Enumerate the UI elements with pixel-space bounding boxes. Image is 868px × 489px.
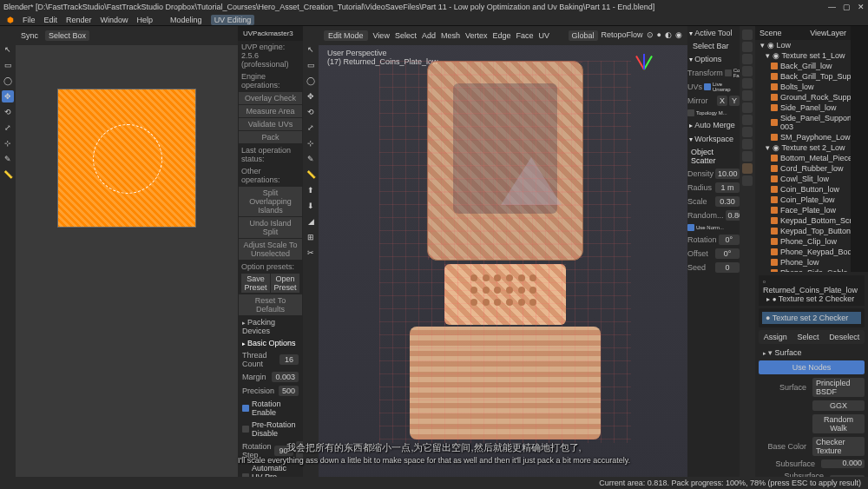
out-item[interactable]: Keypad_Bottom_Screws_low <box>755 215 851 226</box>
out-item[interactable]: Bolts_low <box>755 82 851 92</box>
shading-preview-icon[interactable]: ◐ <box>665 30 672 41</box>
out-texset2[interactable]: ▾ ◉ Texture set 2_Low <box>755 142 851 153</box>
tool-lasso-icon[interactable]: ◯ <box>2 75 14 87</box>
packing-devices[interactable]: Packing Devices <box>238 316 303 337</box>
maximize-icon[interactable]: ▢ <box>843 3 851 11</box>
out-item[interactable]: Coin_Button_low <box>755 184 851 195</box>
surface-h[interactable]: ▾ Surface <box>759 347 865 359</box>
vp-select-icon[interactable]: ▭ <box>305 59 317 71</box>
out-item[interactable]: Phone_Keypad_Body_low <box>755 247 851 257</box>
data-props-icon[interactable] <box>742 151 753 162</box>
vp-mesh[interactable]: Mesh <box>441 31 460 40</box>
auto-merge-h[interactable]: ▸ Auto Merge <box>687 118 740 132</box>
physics-props-icon[interactable] <box>742 127 753 137</box>
vp-transform-icon[interactable]: ⊹ <box>305 137 317 149</box>
op-pack[interactable]: Pack <box>239 131 302 143</box>
viewlayer-props-icon[interactable] <box>742 54 753 64</box>
ggx[interactable]: GGX <box>812 400 865 411</box>
out-item[interactable]: Phone_Clip_low <box>755 236 851 247</box>
active-tool-h[interactable]: ▾ Active Tool <box>687 26 740 40</box>
vp-select[interactable]: Select <box>395 31 417 40</box>
rotstep-value[interactable]: 90 <box>274 446 293 456</box>
mirror-x[interactable]: X <box>717 96 727 106</box>
out-item[interactable]: Cowl_Slit_low <box>755 174 851 184</box>
unwrap-chk[interactable] <box>704 83 711 90</box>
vp-extrude-icon[interactable]: ⬆ <box>305 184 317 196</box>
tool-measure-icon[interactable]: 📏 <box>2 169 14 181</box>
density-v[interactable]: 10.00 <box>715 169 740 179</box>
tool-cursor-icon[interactable]: ↖ <box>2 43 14 56</box>
shading-solid-icon[interactable]: ● <box>657 30 661 41</box>
tool-rotate-icon[interactable]: ⟲ <box>2 106 14 118</box>
out-item[interactable]: Keypad_Top_Buttons_low <box>755 226 851 236</box>
object-props-icon[interactable] <box>742 90 753 101</box>
precision-value[interactable]: 500 <box>279 386 299 396</box>
vp-face[interactable]: Face <box>516 31 533 40</box>
out-item[interactable]: Ground_Rock_Support_low <box>755 92 851 102</box>
op-adjust[interactable]: Adjust Scale To Unselected <box>239 239 302 260</box>
margin-value[interactable]: 0.003 <box>272 372 299 382</box>
vp-edge[interactable]: Edge <box>492 31 510 40</box>
viewport-3d[interactable]: Edit Mode View Select Add Mesh Vertex Ed… <box>319 26 687 489</box>
tab-uvediting[interactable]: UV Editing <box>211 15 255 25</box>
vp-view[interactable]: View <box>373 31 390 40</box>
scale-v[interactable]: 0.30 <box>715 196 740 207</box>
tool-annotate-icon[interactable]: ✎ <box>2 153 14 165</box>
uv-canvas[interactable] <box>16 45 238 271</box>
subsurf-slider[interactable]: 0.000 <box>821 459 865 468</box>
shading-wireframe-icon[interactable]: ⊙ <box>647 30 654 41</box>
basic-options[interactable]: Basic Options <box>238 337 303 349</box>
output-props-icon[interactable] <box>742 42 753 52</box>
uv-islands[interactable] <box>57 89 196 228</box>
out-item[interactable]: Back_Grill_Top_Support_low <box>755 71 851 82</box>
deselect-btn[interactable]: Deselect <box>829 333 859 341</box>
rotstep-set[interactable]: Set ▾ <box>296 441 303 460</box>
open-preset[interactable]: Open Preset <box>271 274 299 293</box>
op-undo[interactable]: Undo Island Split <box>239 217 302 238</box>
render-props-icon[interactable] <box>742 30 753 40</box>
mat-slot[interactable]: ▫ Returned_Coins_Plate_low ▸ ● Texture s… <box>759 275 865 306</box>
op-measure[interactable]: Measure Area <box>239 105 302 117</box>
op-validate[interactable]: Validate UVs <box>239 118 302 130</box>
correct-face-chk[interactable] <box>725 69 732 76</box>
seed-v[interactable]: 0 <box>715 262 740 273</box>
nav-gizmo[interactable] <box>627 52 661 87</box>
save-preset[interactable]: Save Preset <box>241 274 270 293</box>
out-item[interactable]: Side_Panel_Support_low-003 <box>755 113 851 132</box>
principled[interactable]: Principled BSDF <box>812 378 865 397</box>
out-item[interactable]: Side_Panel_low <box>755 102 851 113</box>
particle-props-icon[interactable] <box>742 115 753 125</box>
out-item[interactable]: Phone_low <box>755 257 851 268</box>
obj-scatter-h[interactable]: Object Scatter <box>687 146 740 167</box>
tool-move-icon[interactable]: ✥ <box>2 90 14 102</box>
shading-rendered-icon[interactable]: ◉ <box>675 30 682 41</box>
vp-scale-icon[interactable]: ⤢ <box>305 122 317 134</box>
op-split[interactable]: Split Overlapping Islands <box>239 187 302 216</box>
workspace-h[interactable]: ▾ Workspace <box>687 132 740 146</box>
uv-selectbox[interactable]: Select Box <box>45 30 89 41</box>
radius-v[interactable]: 1 m <box>715 182 740 193</box>
vp-uv[interactable]: UV <box>539 31 550 40</box>
vp-rotate-icon[interactable]: ⟲ <box>305 106 317 118</box>
constraint-props-icon[interactable] <box>742 139 753 149</box>
mat-list-item[interactable]: ● Texture set 2 Checker <box>762 312 861 324</box>
viewlayer-dropdown[interactable]: ViewLayer <box>810 29 846 37</box>
tool-transform-icon[interactable]: ⊹ <box>2 137 14 149</box>
vp-add[interactable]: Add <box>422 31 436 40</box>
menu-file[interactable]: File <box>23 16 36 24</box>
scene-dropdown[interactable]: Scene <box>760 29 782 37</box>
rotation-enable-chk[interactable] <box>242 405 249 412</box>
scene-props-icon[interactable] <box>742 66 753 76</box>
vp-loopcut-icon[interactable]: ⊞ <box>305 231 317 243</box>
vp-inset-icon[interactable]: ⬇ <box>305 200 317 212</box>
options-h[interactable]: ▾ Options <box>687 52 740 66</box>
offset-v[interactable]: 0° <box>715 248 740 259</box>
menu-edit[interactable]: Edit <box>44 16 58 24</box>
reset-defaults[interactable]: Reset To Defaults <box>239 294 302 315</box>
texture-props-icon[interactable] <box>742 175 753 186</box>
tool-scale-icon[interactable]: ⤢ <box>2 122 14 134</box>
out-item[interactable]: Cord_Rubber_low <box>755 163 851 174</box>
vp-global[interactable]: Global <box>569 30 598 41</box>
out-item[interactable]: Coin_Plate_low <box>755 195 851 205</box>
blender-icon[interactable]: ⬢ <box>7 16 14 24</box>
